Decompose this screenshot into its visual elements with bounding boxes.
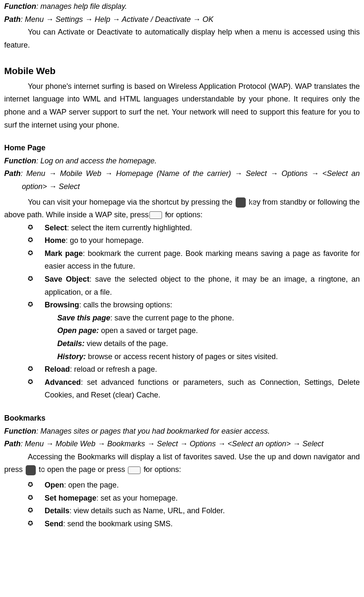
sub-name: History: [57, 352, 86, 361]
list-item: Save Object: save the selected object to… [4, 273, 360, 298]
option-name: Mark page [45, 249, 83, 258]
option-name: Details [45, 506, 69, 515]
sub-desc: open a saved or target page. [99, 326, 198, 335]
help-path-text: : Menu → Settings → Help → Activate / De… [21, 15, 213, 24]
option-desc: : go to your homepage. [66, 236, 143, 245]
option-desc: : set advanced functions or parameters, … [45, 378, 360, 400]
option-name: Set homepage [45, 494, 96, 502]
homepage-body-after: for options: [163, 211, 202, 219]
browsing-sub-item: Details: view details of the page. [4, 337, 360, 350]
option-desc: : bookmark the current page. Book markin… [45, 249, 360, 271]
list-item: Select: select the item currently highli… [4, 221, 360, 235]
list-item: Send: send the bookmark using SMS. [4, 517, 360, 530]
ok-key-icon [26, 465, 36, 475]
label-path: Path [4, 169, 21, 178]
bookmarks-path-text: : Menu → Mobile Web → Bookmarks → Select… [21, 440, 324, 448]
mobile-web-body: Your phone's internet surfing is based o… [4, 80, 360, 131]
ok-key-icon [236, 197, 246, 208]
heading-home-page: Home Page [4, 141, 360, 155]
option-name: Open [45, 481, 64, 489]
option-name: Send [45, 520, 63, 528]
help-body: You can Activate or Deactivate to automa… [4, 26, 360, 51]
bookmarks-body: Accessing the Bookmarks will display a l… [4, 450, 360, 476]
bookmarks-function-text: : Manages sites or pages that you had bo… [36, 427, 270, 435]
homepage-function-line: Function: Log on and access the homepage… [4, 155, 360, 168]
help-path-line: Path: Menu → Settings → Help → Activate … [4, 13, 360, 26]
bookmarks-options-list: Open: open the page. Set homepage: set a… [4, 479, 360, 530]
option-name: Home [45, 236, 66, 245]
sub-desc: : save the current page to the phone. [110, 314, 234, 322]
list-item: Browsing: calls the browsing options: [4, 298, 360, 312]
bookmarks-function-line: Function: Manages sites or pages that yo… [4, 425, 360, 438]
option-name: Save Object [45, 275, 90, 283]
label-path: Path [4, 440, 21, 448]
heading-mobile-web: Mobile Web [4, 63, 360, 79]
list-item: Mark page: bookmark the current page. Bo… [4, 247, 360, 273]
homepage-body-before: You can visit your homepage via the shor… [28, 198, 235, 206]
list-item: Open: open the page. [4, 479, 360, 492]
sub-name: Details: [57, 339, 85, 348]
label-function: Function [4, 427, 36, 435]
option-desc: : set as your homepage. [96, 494, 178, 502]
option-name: Advanced [45, 378, 81, 386]
bookmarks-body-after: for options: [141, 465, 181, 474]
option-desc: : send the bookmark using SMS. [63, 520, 173, 528]
label-path: Path [4, 15, 21, 24]
option-desc: : reload or refresh a page. [70, 365, 157, 373]
label-function: Function [4, 2, 36, 11]
option-desc: : select the item currently highlighted. [67, 224, 192, 232]
softkey-icon [128, 466, 141, 474]
bookmarks-path-line: Path: Menu → Mobile Web → Bookmarks → Se… [4, 437, 360, 450]
option-desc: : view details such as Name, URL, and Fo… [69, 506, 225, 515]
sub-desc: browse or access recent history of pages… [86, 352, 278, 361]
help-function-line: Function: manages help file display. [4, 0, 360, 13]
homepage-path-text: : Menu → Mobile Web → Homepage (Name of … [21, 169, 360, 191]
option-desc: : open the page. [64, 481, 119, 489]
homepage-options-list-2: Reload: reload or refresh a page. Advanc… [4, 363, 360, 402]
heading-bookmarks: Bookmarks [4, 412, 360, 425]
browsing-sub-item: History: browse or access recent history… [4, 350, 360, 363]
sub-name: Save this page [57, 314, 110, 322]
sub-name: Open page: [57, 326, 99, 335]
option-desc: : calls the browsing options: [79, 301, 172, 309]
list-item: Advanced: set advanced functions or para… [4, 376, 360, 402]
browsing-sub-item: Open page: open a saved or target page. [4, 324, 360, 337]
sub-desc: view details of the page. [85, 339, 168, 348]
help-function-text: : manages help file display. [36, 2, 127, 11]
label-function: Function [4, 157, 36, 165]
option-desc: : save the selected object to the phone,… [45, 275, 360, 296]
browsing-sub-item: Save this page: save the current page to… [4, 312, 360, 325]
homepage-options-list: Select: select the item currently highli… [4, 221, 360, 312]
softkey-icon [149, 211, 162, 219]
option-name: Reload [45, 365, 70, 373]
option-name: Select [45, 224, 67, 232]
homepage-path-line: Path: Menu → Mobile Web → Homepage (Name… [4, 167, 360, 193]
homepage-body: You can visit your homepage via the shor… [4, 196, 360, 221]
list-item: Details: view details such as Name, URL,… [4, 504, 360, 517]
bookmarks-body-mid: to open the page or press [37, 465, 127, 474]
list-item: Home: go to your homepage. [4, 234, 360, 247]
list-item: Set homepage: set as your homepage. [4, 492, 360, 505]
list-item: Reload: reload or refresh a page. [4, 363, 360, 376]
homepage-function-text: : Log on and access the homepage. [36, 157, 157, 165]
option-name: Browsing [45, 301, 79, 309]
